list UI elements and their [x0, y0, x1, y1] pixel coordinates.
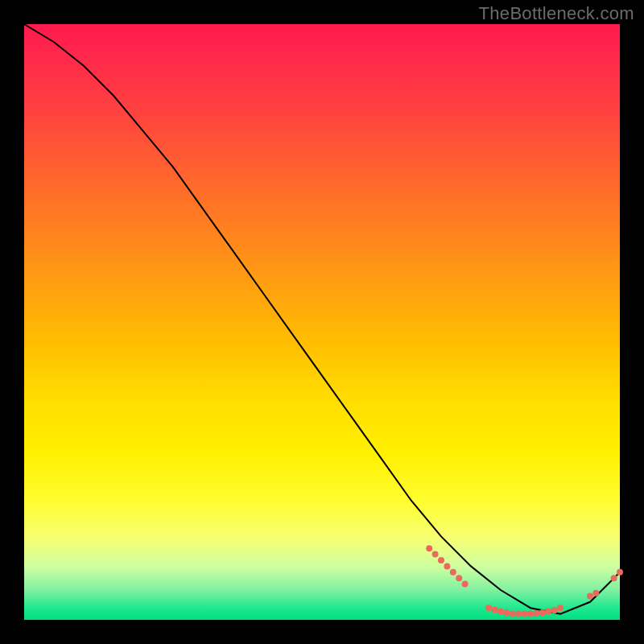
data-dot [497, 609, 504, 615]
data-dot [510, 611, 516, 617]
chart-container: TheBottleneck.com [0, 0, 644, 644]
data-dot [456, 575, 462, 581]
data-dot [527, 611, 534, 617]
data-dot [533, 610, 539, 617]
data-dot [503, 609, 510, 616]
data-dot [539, 609, 546, 616]
curve-path [24, 24, 620, 614]
data-dot [515, 611, 522, 617]
watermark-text: TheBottleneck.com [479, 3, 634, 24]
data-dot [551, 607, 558, 613]
data-dot [592, 590, 599, 597]
data-dot [444, 563, 450, 569]
chart-overlay [24, 24, 620, 620]
data-dot [492, 606, 498, 613]
curve-line [24, 24, 620, 614]
data-dot [522, 611, 528, 617]
data-dot [426, 545, 432, 551]
data-dot [557, 605, 564, 611]
data-dot [587, 592, 593, 599]
data-dot [438, 557, 444, 564]
data-dot [450, 569, 456, 576]
data-dot [462, 581, 469, 588]
data-dot [617, 569, 623, 576]
data-dot [545, 609, 551, 615]
data-dots [426, 545, 623, 617]
data-dot [485, 605, 492, 611]
data-dot [611, 575, 617, 581]
data-dot [432, 551, 439, 558]
